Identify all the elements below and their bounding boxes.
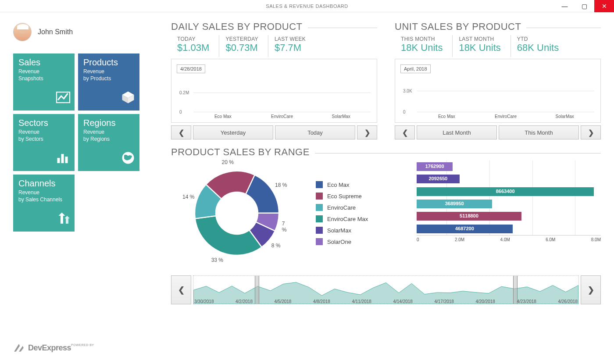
stat-label: LAST WEEK [275, 36, 306, 42]
legend-item: SolarOne [316, 238, 382, 245]
x-label: Eco Max [193, 114, 253, 119]
legend-item: Eco Supreme [316, 193, 382, 200]
range-date: 4/23/2018 [517, 299, 536, 304]
window-title: SALES & REVENUE DASHBOARD [266, 4, 348, 9]
range-date: 4/14/2018 [393, 299, 413, 304]
stat-block: THIS MONTH18K Units [395, 35, 452, 57]
units-title: UNIT SALES BY PRODUCT [395, 21, 521, 32]
stat-value: 68K Units [517, 42, 559, 54]
globe-icon [120, 150, 136, 168]
units-tab-last[interactable]: Last Month [417, 125, 497, 139]
x-tick: 4.0M [500, 237, 510, 248]
tile-channels[interactable]: ChannelsRevenueby Sales Channels [13, 175, 75, 232]
donut-pct-label: 33 % [211, 257, 223, 263]
close-button[interactable]: ✕ [594, 0, 614, 12]
avatar [13, 23, 32, 41]
tile-regions[interactable]: RegionsRevenueby Regions [78, 114, 139, 171]
tile-products[interactable]: ProductsRevenueby Products [78, 54, 139, 111]
legend-swatch [316, 238, 323, 245]
svg-rect-1 [57, 158, 60, 163]
hbar: 4687200 [417, 225, 601, 233]
units-tab-this[interactable]: This Month [499, 125, 579, 139]
stat-label: TODAY [177, 36, 209, 42]
hbar: 2092650 [417, 175, 601, 183]
stat-value: $1.03M [177, 42, 209, 54]
tile-subtitle: Revenueby Sales Channels [18, 189, 69, 203]
tile-subtitle: Revenueby Regions [83, 129, 134, 143]
donut-pct-label: 18 % [275, 182, 287, 188]
range-date: 4/2/2018 [236, 299, 253, 304]
daily-chart: 4/28/201800.2M17560022200014585033610079… [171, 59, 377, 123]
tile-title: Regions [83, 118, 134, 127]
stat-label: YTD [517, 36, 559, 42]
stat-label: THIS MONTH [401, 36, 443, 42]
hbar: 8663400 [417, 187, 601, 196]
tile-title: Products [83, 58, 134, 67]
daily-next-arrow[interactable]: ❯ [357, 125, 377, 139]
x-label: EnviroCare [476, 114, 535, 119]
daily-title: DAILY SALES BY PRODUCT [171, 21, 303, 32]
stat-value: $0.73M [225, 42, 258, 54]
legend-swatch [316, 193, 323, 200]
x-tick: 8.0M [591, 237, 601, 248]
hbar: 3689950 [417, 200, 601, 208]
tile-sectors[interactable]: SectorsRevenueby Sectors [13, 114, 75, 171]
legend-item: EnviroCare Max [316, 215, 382, 222]
arrows-up-icon [55, 211, 71, 228]
legend-item: EnviroCare [316, 204, 382, 211]
daily-tab-today[interactable]: Today [275, 125, 355, 139]
stat-value: $7.7M [275, 42, 306, 54]
stat-value: 18K Units [459, 42, 500, 54]
range-date: 4/11/2018 [352, 299, 371, 304]
stat-block: LAST MONTH18K Units [452, 35, 510, 57]
donut-pct-label: 14 % [182, 194, 194, 200]
bars-icon [55, 150, 71, 168]
tile-title: Sales [18, 58, 69, 67]
daily-prev-arrow[interactable]: ❮ [171, 125, 191, 139]
brand-footer: DevExpressPOWERED BY [13, 342, 158, 364]
legend-label: Eco Supreme [327, 193, 362, 200]
legend-label: SolarMax [327, 227, 351, 234]
donut-pct-label: 20 % [222, 159, 234, 165]
x-label: SolarMax [535, 114, 594, 119]
range-date: 4/5/2018 [274, 299, 291, 304]
x-tick: 6.0M [546, 237, 555, 248]
units-prev-arrow[interactable]: ❮ [395, 125, 415, 139]
stat-label: LAST MONTH [459, 36, 500, 42]
range-date: 3/30/2018 [194, 299, 214, 304]
minimize-button[interactable]: — [555, 0, 575, 12]
hbar: 1762900 [417, 162, 601, 171]
donut-pct-label: 7 % [282, 221, 289, 233]
tile-sales[interactable]: SalesRevenueSnapshots [13, 54, 75, 111]
units-chart: April, 201803.0K279140593360472414581906… [395, 59, 601, 123]
x-label: SolarMax [311, 114, 371, 119]
daily-tab-yesterday[interactable]: Yesterday [193, 125, 273, 139]
brand-icon [13, 342, 25, 353]
range-next-arrow[interactable]: ❯ [581, 275, 601, 304]
hbar: 5118800 [417, 212, 601, 221]
range-selector[interactable]: 3/30/20184/2/20184/5/20184/8/20184/11/20… [193, 275, 579, 304]
legend-swatch [316, 215, 323, 222]
range-prev-arrow[interactable]: ❮ [171, 275, 191, 304]
stat-block: YTD68K Units [510, 35, 568, 57]
legend-label: EnviroCare Max [327, 216, 368, 222]
tile-subtitle: Revenueby Products [83, 68, 134, 82]
legend-swatch [316, 227, 323, 234]
range-date: 4/8/2018 [313, 299, 330, 304]
stat-block: LAST WEEK$7.7M [268, 35, 315, 57]
x-label: Eco Max [417, 114, 476, 119]
x-tick: 2.0M [455, 237, 464, 248]
x-tick: 0 [417, 237, 419, 248]
stat-value: 18K Units [401, 42, 443, 54]
chart-date-badge: 4/28/2018 [177, 64, 205, 73]
units-next-arrow[interactable]: ❯ [581, 125, 601, 139]
legend-swatch [316, 204, 323, 211]
legend-item: Eco Max [316, 181, 382, 188]
user-badge: John Smith [13, 23, 158, 41]
legend-label: Eco Max [327, 182, 350, 188]
maximize-button[interactable]: ▢ [575, 0, 594, 12]
line-chart-icon [55, 89, 71, 107]
box-icon [120, 89, 136, 107]
user-name: John Smith [38, 28, 73, 36]
tile-title: Channels [18, 179, 69, 188]
